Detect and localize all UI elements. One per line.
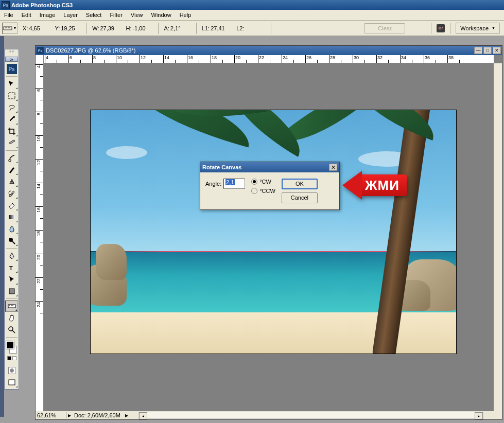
minimize-button[interactable]: — — [474, 47, 482, 54]
hand-tool[interactable] — [5, 312, 18, 324]
svg-point-8 — [9, 238, 13, 242]
status-bar: 62,61% ▶ Doc: 2,60M/2,60M ▶ ◂ ▸ — [36, 411, 494, 419]
path-selection-tool[interactable] — [5, 274, 18, 285]
separator — [450, 23, 450, 34]
vertical-scrollbar[interactable] — [494, 63, 502, 411]
document-title: DSC02627.JPG @ 62,6% (RGB/8*) — [46, 47, 473, 54]
image-canvas[interactable] — [90, 110, 457, 354]
eraser-tool[interactable] — [5, 200, 18, 211]
cw-radio[interactable]: °CW — [251, 179, 275, 185]
ruler-origin[interactable] — [36, 55, 44, 63]
slice-tool[interactable] — [5, 137, 18, 149]
tool-preset-picker[interactable]: ▼ — [2, 23, 18, 34]
option-w: W:27,39 — [92, 25, 120, 31]
lasso-tool[interactable] — [5, 102, 18, 113]
menu-select[interactable]: Select — [82, 10, 106, 20]
scroll-left-button[interactable]: ◂ — [139, 412, 147, 419]
brush-tool[interactable] — [5, 164, 18, 175]
ccw-radio[interactable]: °CCW — [251, 188, 275, 194]
dialog-titlebar[interactable]: Rotate Canvas ✕ — [200, 162, 339, 172]
separator — [431, 23, 431, 34]
angle-input[interactable]: 2,1 — [223, 179, 245, 189]
ruler-icon — [3, 25, 12, 31]
annotation-arrow: ЖМИ — [342, 171, 407, 200]
option-l2: L2: — [236, 25, 266, 31]
menu-help[interactable]: Help — [176, 10, 196, 20]
cancel-button[interactable]: Cancel — [282, 192, 318, 203]
app-titlebar: Ps Adobe Photoshop CS3 — [0, 0, 504, 10]
svg-rect-10 — [9, 289, 14, 294]
marquee-tool[interactable] — [5, 90, 18, 101]
svg-rect-6 — [9, 160, 11, 162]
toolbox-grip[interactable] — [5, 50, 18, 55]
work-area: Ps DSC02627.JPG @ 62,6% (RGB/8*) — □ ✕ 0… — [23, 36, 504, 423]
horizontal-ruler[interactable]: 02468101214161820222426283032343638 — [44, 55, 494, 63]
shape-tool[interactable] — [5, 286, 18, 297]
default-colors[interactable] — [5, 356, 18, 363]
scroll-right-button[interactable]: ▸ — [475, 412, 483, 419]
app-title: Adobe Photoshop CS3 — [11, 2, 73, 8]
ruler-tool[interactable] — [5, 301, 18, 312]
document-window: Ps DSC02627.JPG @ 62,6% (RGB/8*) — □ ✕ 0… — [35, 45, 502, 420]
status-menu-icon[interactable]: ▶ — [125, 413, 128, 418]
close-button[interactable]: ✕ — [493, 47, 501, 54]
maximize-button[interactable]: □ — [483, 47, 492, 54]
bridge-icon[interactable]: Br — [437, 24, 445, 32]
dock-strip — [0, 36, 4, 417]
ok-button[interactable]: OK — [282, 179, 318, 189]
dodge-tool[interactable] — [5, 235, 18, 246]
menu-layer[interactable]: Layer — [59, 10, 82, 20]
options-bar: ▼ X:4,65 Y:19,25 W:27,39 H:-1,00 A:2,1° … — [0, 21, 504, 36]
menu-view[interactable]: View — [127, 10, 147, 20]
menu-edit[interactable]: Edit — [18, 10, 36, 20]
photo-cloud — [106, 146, 147, 159]
separator — [86, 23, 87, 34]
clear-button: Clear — [364, 23, 405, 33]
separator — [271, 23, 271, 34]
zoom-tool[interactable] — [5, 324, 18, 336]
history-brush-tool[interactable] — [5, 188, 18, 199]
screen-mode-button[interactable] — [5, 377, 18, 388]
healing-brush-tool[interactable] — [5, 152, 18, 164]
vertical-ruler[interactable]: 024681012141618202224 — [36, 63, 44, 411]
annotation-label: ЖМИ — [362, 174, 407, 196]
crop-tool[interactable] — [5, 126, 18, 137]
svg-rect-0 — [4, 27, 12, 30]
menu-image[interactable]: Image — [36, 10, 60, 20]
option-angle: A:2,1° — [164, 25, 190, 31]
foreground-color[interactable] — [6, 341, 14, 349]
clone-stamp-tool[interactable] — [5, 176, 18, 187]
color-swatches[interactable] — [5, 340, 18, 355]
photoshop-icon: Ps — [37, 47, 44, 54]
option-x: X:4,65 — [23, 25, 49, 31]
quick-mask-toggle[interactable] — [5, 365, 18, 376]
menu-file[interactable]: File — [0, 10, 18, 20]
document-titlebar[interactable]: Ps DSC02627.JPG @ 62,6% (RGB/8*) — □ ✕ — [36, 46, 502, 55]
arrow-head-icon — [342, 171, 362, 200]
gradient-tool[interactable] — [5, 212, 18, 223]
option-y: Y:19,25 — [55, 25, 81, 31]
move-tool[interactable] — [5, 78, 18, 90]
menu-filter[interactable]: Filter — [106, 10, 126, 20]
canvas-viewport[interactable] — [44, 63, 494, 411]
svg-rect-16 — [9, 380, 15, 385]
menu-window[interactable]: Window — [147, 10, 176, 20]
type-tool[interactable]: T — [5, 262, 18, 273]
photoshop-icon: Ps — [2, 1, 10, 9]
zoom-level[interactable]: 62,61% — [36, 412, 66, 418]
magic-wand-tool[interactable] — [5, 114, 18, 125]
dialog-close-button[interactable]: ✕ — [329, 164, 337, 171]
toolbox-collapse[interactable]: » — [5, 57, 18, 62]
photo-beach — [91, 312, 456, 354]
blur-tool[interactable] — [5, 223, 18, 235]
pen-tool[interactable] — [5, 250, 18, 261]
toolbox: » Ps T — [4, 49, 19, 390]
resize-grip[interactable] — [494, 411, 502, 419]
workspace-menu[interactable]: Workspace▼ — [456, 23, 500, 34]
dialog-title: Rotate Canvas — [202, 164, 241, 170]
option-l1: L1:27,41 — [202, 25, 231, 31]
photo-rock — [96, 244, 127, 280]
horizontal-scrollbar[interactable]: ◂ ▸ — [138, 412, 483, 419]
ps-logo-icon: Ps — [5, 63, 18, 75]
menu-bar: File Edit Image Layer Select Filter View… — [0, 10, 504, 21]
